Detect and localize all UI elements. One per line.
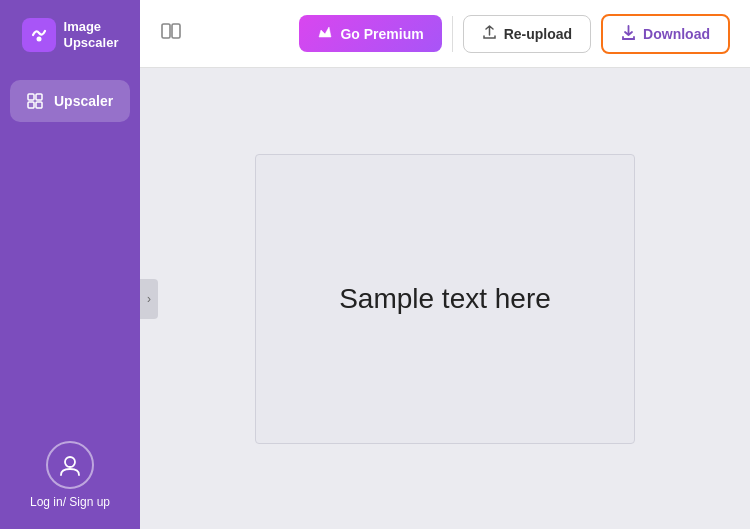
sidebar-bottom: Log in/ Sign up: [30, 441, 110, 509]
main-content: Go Premium Re-upload: [140, 0, 750, 529]
svg-rect-2: [36, 94, 42, 100]
download-icon: [621, 25, 636, 43]
logo-icon: [22, 18, 56, 52]
login-label[interactable]: Log in/ Sign up: [30, 495, 110, 509]
logo-text: Image Upscaler: [64, 19, 119, 50]
toolbar-divider: [452, 16, 453, 52]
toolbar: Go Premium Re-upload: [140, 0, 750, 68]
split-view-icon[interactable]: [160, 20, 182, 47]
sample-text: Sample text here: [339, 283, 551, 315]
sidebar-nav: Upscaler: [0, 80, 140, 122]
premium-icon: [317, 24, 333, 43]
svg-point-0: [36, 37, 41, 42]
download-button[interactable]: Download: [601, 14, 730, 54]
svg-rect-4: [36, 102, 42, 108]
reupload-icon: [482, 25, 497, 43]
canvas-area: › Sample text here: [140, 68, 750, 529]
image-preview: Sample text here: [255, 154, 635, 444]
svg-rect-1: [28, 94, 34, 100]
logo: Image Upscaler: [12, 18, 129, 52]
upscaler-icon: [24, 90, 46, 112]
go-premium-button[interactable]: Go Premium: [299, 15, 441, 52]
svg-rect-6: [162, 24, 170, 38]
sidebar-item-upscaler[interactable]: Upscaler: [10, 80, 130, 122]
sidebar-item-label: Upscaler: [54, 93, 113, 109]
sidebar: Image Upscaler Upscaler Log in/ Sign: [0, 0, 140, 529]
svg-rect-7: [172, 24, 180, 38]
avatar[interactable]: [46, 441, 94, 489]
reupload-button[interactable]: Re-upload: [463, 15, 591, 53]
svg-point-5: [65, 457, 75, 467]
svg-rect-3: [28, 102, 34, 108]
toolbar-left: [160, 20, 182, 47]
toggle-panel-button[interactable]: ›: [140, 279, 158, 319]
toolbar-right: Go Premium Re-upload: [299, 14, 730, 54]
